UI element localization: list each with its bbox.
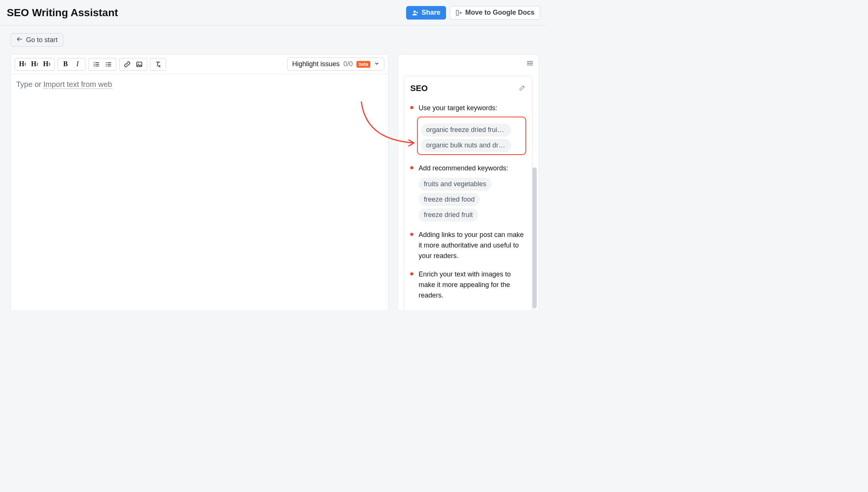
link-button[interactable] xyxy=(122,60,132,69)
target-keywords-highlight-box: organic freeze dried fruit bulk organic … xyxy=(417,117,526,155)
go-to-start-button[interactable]: Go to start xyxy=(11,33,63,47)
svg-point-7 xyxy=(106,65,107,66)
svg-point-6 xyxy=(106,64,107,64)
insert-group xyxy=(119,58,147,71)
svg-point-0 xyxy=(413,11,416,13)
clear-formatting-button[interactable] xyxy=(153,60,163,69)
highlight-issues-dropdown[interactable]: Highlight issues 0/0 beta xyxy=(287,58,384,71)
svg-point-5 xyxy=(106,62,107,63)
svg-rect-1 xyxy=(456,10,458,15)
seo-card: SEO Use your target keywords: organic fr… xyxy=(404,76,533,310)
recommended-keyword-pill[interactable]: fruits and vegetables xyxy=(419,178,492,191)
list-group: 123 xyxy=(88,58,116,71)
h1-button[interactable]: H1 xyxy=(17,60,28,69)
arrow-left-icon xyxy=(16,36,23,44)
share-button-label: Share xyxy=(422,9,440,17)
move-to-gdocs-label: Move to Google Docs xyxy=(465,9,535,17)
edit-icon[interactable] xyxy=(519,84,526,93)
import-from-web-link[interactable]: Import text from web xyxy=(43,80,112,89)
person-add-icon xyxy=(412,9,419,16)
h3-button[interactable]: H3 xyxy=(41,60,52,69)
panel-menu-button[interactable] xyxy=(526,59,534,69)
recommended-keywords-label: Add recommended keywords: xyxy=(419,163,526,174)
export-icon xyxy=(455,9,462,16)
italic-button[interactable]: I xyxy=(72,60,83,69)
editor-panel: H1 H2 H3 B I 123 xyxy=(11,54,388,310)
image-button[interactable] xyxy=(134,60,145,69)
bullet-icon xyxy=(410,106,413,109)
go-to-start-label: Go to start xyxy=(26,36,58,44)
move-to-gdocs-button[interactable]: Move to Google Docs xyxy=(450,6,540,20)
clear-group xyxy=(150,58,166,71)
bullet-icon xyxy=(410,272,413,275)
page-title: SEO Writing Assistant xyxy=(7,7,118,19)
highlight-issues-count: 0/0 xyxy=(343,60,353,68)
ordered-list-button[interactable]: 123 xyxy=(91,60,102,69)
beta-badge: beta xyxy=(356,61,370,68)
unordered-list-button[interactable] xyxy=(103,60,114,69)
bullet-icon xyxy=(410,166,413,169)
seo-card-title: SEO xyxy=(410,84,428,93)
bold-button[interactable]: B xyxy=(60,60,71,69)
recommended-keyword-pill[interactable]: freeze dried food xyxy=(419,193,480,206)
highlight-issues-label: Highlight issues xyxy=(292,60,340,68)
scrollbar[interactable] xyxy=(532,167,537,308)
seo-tip-links: Adding links to your post can make it mo… xyxy=(419,230,526,261)
target-keyword-pill[interactable]: organic bulk nuts and dried fruit xyxy=(421,139,511,152)
svg-point-9 xyxy=(138,63,139,64)
target-keyword-pill[interactable]: organic freeze dried fruit bulk xyxy=(421,123,511,137)
recommended-keyword-pill[interactable]: freeze dried fruit xyxy=(419,208,478,222)
editor-placeholder: Type or Import text from web xyxy=(16,80,112,89)
heading-group: H1 H2 H3 xyxy=(15,58,55,71)
chevron-down-icon xyxy=(374,61,379,68)
bullet-icon xyxy=(410,233,413,236)
target-keywords-label: Use your target keywords: xyxy=(419,103,526,114)
h2-button[interactable]: H2 xyxy=(29,60,40,69)
text-style-group: B I xyxy=(58,58,85,71)
share-button[interactable]: Share xyxy=(406,6,446,20)
seo-tip-images: Enrich your text with images to make it … xyxy=(419,269,526,301)
side-panel: SEO Use your target keywords: organic fr… xyxy=(397,54,539,310)
svg-text:3: 3 xyxy=(94,65,95,67)
editor-textarea[interactable]: Type or Import text from web xyxy=(11,74,388,310)
